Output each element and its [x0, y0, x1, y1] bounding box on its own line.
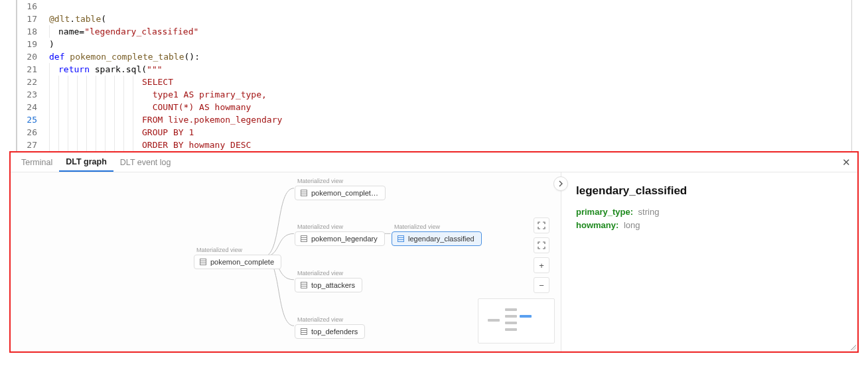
node-type-label: Materialized view: [194, 247, 281, 253]
tab-terminal[interactable]: Terminal: [15, 153, 59, 172]
node-name: pokemon_legendary: [311, 235, 378, 243]
panel-tabs: Terminal DLT graph DLT event log ✕: [11, 153, 857, 172]
graph-node-pokemon-complete[interactable]: Materialized view pokemon_complete: [194, 247, 281, 269]
table-icon: [301, 235, 307, 242]
node-type-label: Materialized view: [295, 270, 362, 277]
code-line[interactable]: 21return spark.sql(""": [17, 63, 851, 76]
node-type-label: Materialized view: [295, 223, 385, 230]
node-type-label: Materialized view: [392, 223, 482, 230]
svg-rect-9: [398, 236, 404, 242]
node-name: top_defenders: [311, 328, 358, 336]
code-line[interactable]: 25FROM live.pokemon_legendary: [17, 113, 851, 126]
node-type-label: Materialized view: [295, 316, 365, 323]
resize-handle-icon[interactable]: [849, 343, 856, 350]
line-number: 26: [17, 126, 49, 139]
node-name: pokemon_complete: [210, 258, 274, 266]
graph-node-legendary-classified[interactable]: Materialized view legendary_classified: [392, 223, 482, 246]
code-line[interactable]: 18name="legendary_classified": [17, 25, 851, 38]
line-number: 19: [17, 38, 49, 50]
close-icon[interactable]: ✕: [840, 156, 852, 168]
code-editor[interactable]: 1617@dlt.table(18name="legendary_classif…: [17, 0, 852, 151]
fit-to-screen-icon[interactable]: [534, 217, 549, 233]
table-icon: [398, 235, 404, 242]
graph-node-top-defenders[interactable]: Materialized view top_defenders: [295, 316, 365, 339]
code-line[interactable]: 17@dlt.table(: [17, 13, 851, 25]
node-type-label: Materialized view: [295, 178, 386, 184]
schema-column: primary_type: string: [576, 206, 843, 219]
code-editor-region: 1617@dlt.table(18name="legendary_classif…: [0, 0, 868, 151]
fullscreen-icon[interactable]: [534, 237, 549, 253]
graph-canvas[interactable]: Materialized view pokemon_complete Mater…: [11, 172, 561, 351]
table-icon: [301, 328, 307, 335]
node-details-panel: legendary_classified primary_type: strin…: [561, 172, 857, 351]
code-line[interactable]: 22SELECT: [17, 76, 851, 88]
details-title: legendary_classified: [576, 184, 843, 198]
chevron-right-icon[interactable]: [553, 176, 568, 191]
table-icon: [200, 259, 206, 265]
svg-rect-3: [301, 190, 307, 196]
line-number: 24: [17, 101, 49, 113]
bottom-panel: Terminal DLT graph DLT event log ✕ Mater…: [9, 151, 859, 353]
schema-column: howmany: long: [576, 219, 843, 232]
graph-zoom-controls: + −: [534, 217, 549, 293]
svg-rect-12: [301, 282, 307, 288]
line-number: 22: [17, 76, 49, 88]
zoom-out-button[interactable]: −: [534, 277, 549, 293]
graph-minimap[interactable]: [478, 298, 555, 343]
code-line[interactable]: 27ORDER BY howmany DESC: [17, 139, 851, 151]
graph-node-pokemon-complet[interactable]: Materialized view pokemon_complet…: [295, 178, 386, 200]
line-number: 21: [17, 63, 49, 76]
line-number: 16: [17, 0, 49, 13]
svg-rect-0: [200, 259, 206, 265]
svg-rect-6: [301, 236, 307, 242]
tab-dlt-graph[interactable]: DLT graph: [59, 153, 113, 172]
code-line[interactable]: 16: [17, 0, 851, 13]
table-icon: [301, 282, 307, 288]
node-name: top_attackers: [311, 281, 355, 289]
code-line[interactable]: 26GROUP BY 1: [17, 126, 851, 139]
code-line[interactable]: 19): [17, 38, 851, 50]
zoom-in-button[interactable]: +: [534, 257, 549, 273]
table-icon: [301, 190, 307, 196]
code-line[interactable]: 23 type1 AS primary_type,: [17, 88, 851, 101]
line-number: 25: [17, 113, 49, 126]
line-number: 20: [17, 50, 49, 63]
node-name: pokemon_complet…: [311, 189, 378, 197]
node-name: legendary_classified: [408, 235, 474, 243]
code-line[interactable]: 24 COUNT(*) AS howmany: [17, 101, 851, 113]
graph-node-pokemon-legendary[interactable]: Materialized view pokemon_legendary: [295, 223, 385, 246]
details-schema: primary_type: stringhowmany: long: [576, 206, 843, 232]
line-number: 17: [17, 13, 49, 25]
line-number: 23: [17, 88, 49, 101]
svg-rect-15: [301, 329, 307, 335]
line-number: 27: [17, 139, 49, 151]
tab-dlt-event-log[interactable]: DLT event log: [113, 153, 178, 172]
line-number: 18: [17, 25, 49, 38]
code-line[interactable]: 20def pokemon_complete_table():: [17, 50, 851, 63]
graph-area: Materialized view pokemon_complete Mater…: [11, 172, 857, 351]
graph-node-top-attackers[interactable]: Materialized view top_attackers: [295, 270, 362, 292]
